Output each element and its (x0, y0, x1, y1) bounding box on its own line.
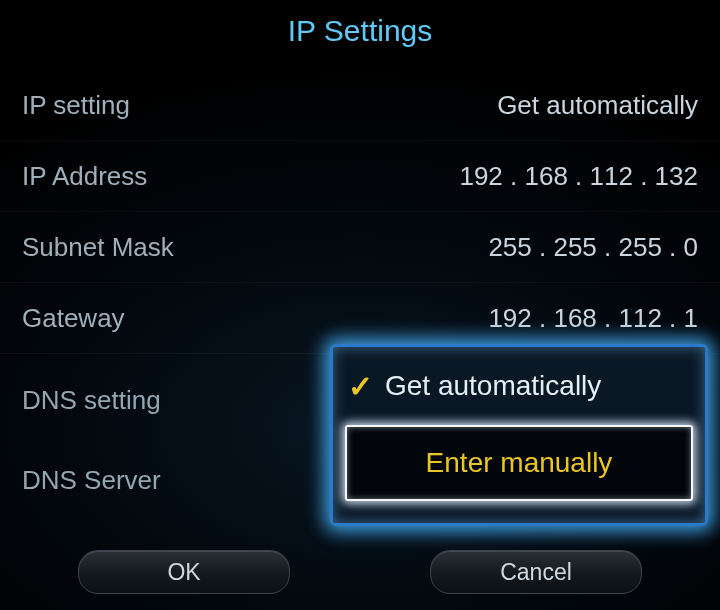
row-subnet-mask[interactable]: Subnet Mask 255 . 255 . 255 . 0 (0, 212, 720, 283)
dropdown-option-manual[interactable]: Enter manually (345, 425, 693, 501)
dropdown-option-auto-label: Get automatically (385, 370, 601, 402)
label-subnet-mask: Subnet Mask (22, 232, 174, 263)
value-subnet-mask: 255 . 255 . 255 . 0 (488, 232, 698, 263)
check-icon: ✓ (347, 369, 373, 404)
ok-button[interactable]: OK (78, 550, 290, 594)
cancel-button[interactable]: Cancel (430, 550, 642, 594)
dns-setting-dropdown[interactable]: ✓ Get automatically Enter manually (330, 344, 708, 526)
value-gateway: 192 . 168 . 112 . 1 (488, 303, 698, 334)
settings-list: IP setting Get automatically IP Address … (0, 70, 720, 354)
value-ip-setting: Get automatically (497, 90, 698, 121)
row-dns-setting[interactable]: DNS setting (22, 360, 322, 440)
label-gateway: Gateway (22, 303, 125, 334)
dns-area: DNS setting DNS Server ✓ Get automatical… (0, 360, 720, 536)
value-ip-address: 192 . 168 . 112 . 132 (459, 161, 698, 192)
row-ip-address[interactable]: IP Address 192 . 168 . 112 . 132 (0, 141, 720, 212)
dns-left-labels: DNS setting DNS Server (22, 360, 322, 520)
dialog-buttons: OK Cancel (0, 550, 720, 594)
page-title: IP Settings (0, 0, 720, 48)
dropdown-option-auto[interactable]: ✓ Get automatically (333, 347, 705, 425)
row-dns-server[interactable]: DNS Server (22, 440, 322, 520)
dropdown-option-manual-label: Enter manually (426, 447, 613, 479)
row-ip-setting[interactable]: IP setting Get automatically (0, 70, 720, 141)
label-ip-address: IP Address (22, 161, 147, 192)
label-ip-setting: IP setting (22, 90, 130, 121)
ip-settings-screen: IP Settings IP setting Get automatically… (0, 0, 720, 610)
